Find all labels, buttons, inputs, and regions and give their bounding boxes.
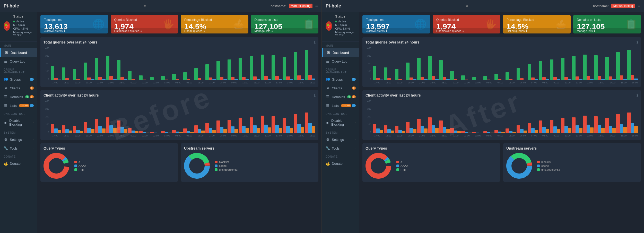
sidebar-item-dashboard-before[interactable]: ⊞ Dashboard (0, 48, 37, 57)
main-section-label-after: MAIN (322, 42, 359, 48)
stat-card-domains-before: Domains on Lists 127,105 📋 Manage listsℹ (251, 15, 319, 33)
collapse-arrow-after[interactable]: « (466, 4, 468, 8)
status-cpu-after: CPU: 8.6 % (335, 27, 356, 30)
stat-card-blocked-before: Queries Blocked 1,974 🖐 List blocked que… (111, 15, 178, 33)
sidebar-item-settings-after[interactable]: ⚙ Settings ‹ (322, 135, 359, 144)
dashboard-icon-before: ⊞ (4, 50, 8, 55)
chart1-title-after: Total queries over last 24 hours (365, 40, 420, 44)
dashboard-icon-after: ⊞ (326, 50, 330, 55)
tools-chevron-before: ‹ (33, 147, 34, 150)
settings-label-before: Settings (10, 138, 22, 142)
svg-point-7 (368, 156, 389, 176)
chart2-title-before: Client activity over last 24 hours (43, 93, 99, 97)
tools-label-after: Tools (332, 146, 340, 150)
chart2-info-after[interactable]: ℹ (637, 93, 638, 97)
chart1-x-labels-after: 17:0018:0019:0020:0021:0022:0023:0000:00… (365, 81, 638, 84)
disable-label-after: Disable Blocking (331, 119, 353, 126)
sidebar-item-tools-after[interactable]: 🔧 Tools ‹ (322, 144, 359, 153)
sidebar-item-disable-blocking-after[interactable]: ■ Disable Blocking ‹ (322, 116, 359, 129)
stat-card-percent-before: Percentage Blocked 14.5% 🥧 List all quer… (181, 15, 248, 33)
lists-icon-after: ☰ (326, 103, 330, 108)
sidebar-item-lists-after[interactable]: ☰ Lists 127,105 1 (322, 101, 359, 110)
status-mem-after: Memory usage: 28.2 % (335, 31, 356, 37)
disable-chevron-after: ‹ (355, 121, 356, 124)
lists-badge-after: 127,105 (341, 104, 351, 107)
sidebar-item-querylog-after[interactable]: ☰ Query Log (322, 57, 359, 66)
stat-cards-after: Total queries 13,597 🌐 3 active clientsℹ… (362, 15, 641, 33)
sidebar-before: 🍓 Status Active 6.0 q/min CPU: 4.5 % Mem… (0, 12, 37, 233)
sidebar-item-donate-before[interactable]: 💰 Donate (0, 159, 37, 168)
sidebar-item-donate-after[interactable]: 💰 Donate (322, 159, 359, 168)
chart2-bars-after (373, 100, 638, 133)
sidebar-item-groups-before[interactable]: 👥 Groups 1 (0, 75, 37, 84)
donate-label-after: Donate (332, 162, 343, 166)
topbar-after: Pi-hole « hostname: MariusHosting ≡ (322, 0, 644, 12)
percent-footer-after[interactable]: List all queriesℹ (503, 28, 571, 33)
hamburger-before[interactable]: ≡ (315, 3, 318, 9)
sidebar-item-dashboard-after[interactable]: ⊞ Dashboard (322, 48, 359, 57)
total-queries-label-after: Total queries (366, 18, 390, 22)
sidebar-item-domains-after[interactable]: ☰ Domains 0 0 (322, 92, 359, 101)
stat-card-blocked-after: Queries Blocked 1,974 🖐 List blocked que… (433, 15, 500, 33)
donate-icon-after: 💰 (326, 161, 330, 166)
disable-icon-after: ■ (326, 120, 329, 125)
chart1-x-labels-before: 17:0018:0019:0020:0021:0022:0023:0000:00… (43, 81, 315, 84)
blocked-label-before: Queries Blocked (114, 18, 137, 22)
blocked-footer-before[interactable]: List blocked queriesℹ (111, 28, 178, 33)
percent-footer-before[interactable]: List all queriesℹ (181, 28, 248, 33)
tools-chevron-after: ‹ (355, 147, 356, 150)
hamburger-after[interactable]: ≡ (638, 3, 640, 9)
blocked-label-after: Queries Blocked (436, 18, 459, 22)
pi-icon-before: 🍓 (4, 21, 10, 31)
sidebar-item-lists-before[interactable]: ☰ Lists 127,105 1 (0, 101, 37, 110)
dns-section-label-after: DNS CONTROL (322, 110, 359, 116)
chart1-after: Total queries over last 24 hours ℹ 40030… (362, 37, 641, 87)
hostname-label-before: hostname: (271, 4, 286, 8)
tools-icon-after: 🔧 (326, 146, 330, 150)
chart1-bars-before (51, 47, 315, 80)
sidebar-item-settings-before[interactable]: ⚙ Settings ‹ (0, 135, 37, 144)
blocked-footer-after[interactable]: List blocked queriesℹ (433, 28, 500, 33)
upstream-before: Upstream servers blocklist cache dns.goo… (181, 143, 318, 182)
sidebar-item-querylog-before[interactable]: ☰ Query Log (0, 57, 37, 66)
groups-label-before: Groups (10, 77, 21, 81)
chart1-info-after[interactable]: ℹ (637, 40, 638, 44)
upstream-title-before: Upstream servers (184, 146, 315, 150)
sidebar-item-clients-before[interactable]: 🖥 Clients 0 (0, 84, 37, 92)
sidebar-item-disable-blocking-before[interactable]: ■ Disable Blocking ‹ (0, 116, 37, 129)
stat-card-total-queries-before: Total queries 13,613 🌐 3 active clientsℹ (40, 15, 108, 33)
sidebar-item-domains-before[interactable]: ☰ Domains 0 0 (0, 92, 37, 101)
chart2-x-labels-before: 17:0018:0019:0020:0021:0022:0023:0000:00… (43, 134, 315, 137)
total-queries-footer-before[interactable]: 3 active clientsℹ (40, 28, 108, 33)
lists-badge2-before: 1 (30, 104, 34, 107)
domains-icon-after: ☰ (326, 95, 330, 99)
total-queries-footer-after[interactable]: 3 active clientsℹ (362, 28, 430, 33)
donate-section-label-before: DONATE (0, 153, 37, 159)
domains-footer-after[interactable]: Manage listsℹ (573, 28, 641, 33)
settings-icon-before: ⚙ (4, 137, 8, 142)
stat-card-percent-after: Percentage Blocked 14.5% 🥧 List all quer… (503, 15, 571, 33)
dns-section-label-before: DNS CONTROL (0, 110, 37, 116)
clients-badge-before: 0 (30, 87, 34, 90)
query-types-title-after: Query Types (365, 146, 497, 150)
querylog-icon-before: ☰ (4, 59, 8, 63)
clients-label-after: Clients (332, 86, 342, 90)
bottom-charts-after: Query Types A AAAA PTR (362, 143, 641, 182)
chart2-info-before[interactable]: ℹ (314, 93, 315, 97)
chart1-y-labels-before: 4003002001000 (43, 47, 51, 80)
sidebar-item-tools-before[interactable]: 🔧 Tools ‹ (0, 144, 37, 153)
collapse-arrow-before[interactable]: « (144, 4, 146, 8)
chart2-before: Client activity over last 24 hours ℹ 400… (40, 90, 318, 140)
chart1-title-before: Total queries over last 24 hours (43, 40, 98, 44)
chart1-bars-after (373, 47, 638, 80)
after-panel: After Pi-hole « hostname: MariusHosting … (322, 0, 644, 233)
sidebar-item-groups-after[interactable]: 👥 Groups 1 (322, 75, 359, 84)
chart1-info-before[interactable]: ℹ (314, 40, 315, 44)
app-logo-after: Pi-hole (326, 3, 341, 9)
lists-badge2-after: 1 (352, 104, 356, 107)
domains-footer-before[interactable]: Manage listsℹ (251, 28, 319, 33)
donate-section-label-after: DONATE (322, 153, 359, 159)
sidebar-item-clients-after[interactable]: 🖥 Clients 0 (322, 84, 359, 92)
domains-on-lists-label-before: Domains on Lists (255, 18, 282, 22)
dashboard-label-before: Dashboard (11, 51, 27, 55)
